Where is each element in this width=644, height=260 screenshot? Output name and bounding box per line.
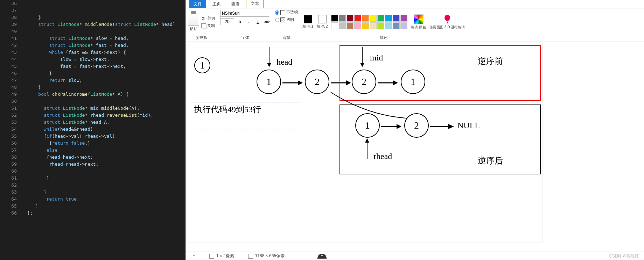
color-palette [331, 15, 407, 29]
node-r2: 2 [404, 113, 429, 138]
color-1[interactable] [304, 15, 312, 23]
label-before: 逆序前 [478, 56, 503, 67]
text-edit-box[interactable]: 执行代码49到53行 [191, 102, 299, 130]
color-1-label: 颜 色 1 [302, 24, 313, 29]
opaque-radio[interactable]: 不透明 [275, 10, 298, 15]
group-colors: 颜 色 1 颜 色 2 编辑 颜色 使用画图 3 D 进行编辑 颜色 [300, 8, 467, 42]
group-clipboard: 粘贴 剪切 复制 剪贴板 [186, 8, 218, 42]
copy-button[interactable]: 复制 [201, 23, 216, 29]
arrow-head [266, 47, 273, 68]
status-cursor: † [193, 254, 195, 259]
color-swatch[interactable] [385, 15, 392, 22]
font-name-select[interactable] [220, 10, 269, 17]
font-group-label: 字体 [241, 34, 249, 40]
colors-group-label: 颜色 [380, 34, 387, 40]
color-swatch[interactable] [377, 22, 384, 29]
node-h2: 2 [305, 70, 329, 94]
label-rhead: rhead [373, 152, 392, 161]
color-swatch[interactable] [346, 22, 354, 29]
color-swatch[interactable] [331, 22, 338, 29]
cut-label: 剪切 [207, 16, 215, 21]
color-swatch[interactable] [385, 22, 392, 29]
arrow-r1 [381, 123, 402, 130]
cut-button[interactable]: 剪切 [201, 15, 216, 21]
status-selection: 1 × 2像素 [209, 253, 234, 259]
group-font: B I U abc 字体 [218, 8, 273, 42]
clipboard-group-label: 剪贴板 [196, 34, 208, 40]
bold-button[interactable]: B [236, 18, 243, 25]
svg-marker-8 [360, 63, 364, 67]
svg-marker-17 [365, 138, 369, 143]
arrow-rhead [364, 138, 371, 159]
edit-colors-label: 编辑 颜色 [411, 25, 426, 30]
color-swatch[interactable] [362, 15, 369, 22]
copy-label: 复制 [207, 23, 215, 28]
transparent-radio[interactable]: 透明 [275, 17, 294, 22]
status-dimensions: 1188 × 665像素 [248, 253, 285, 259]
code-area[interactable]: } struct ListNode* middleNode(struct Lis… [23, 0, 186, 260]
selection-icon [209, 254, 214, 259]
paint-window: 文件 主页 查看 文本 粘贴 剪切 复制 [186, 0, 644, 260]
svg-marker-15 [448, 124, 454, 129]
edit-colors-icon[interactable] [414, 14, 424, 24]
color-swatch[interactable] [370, 22, 377, 29]
canvas-area[interactable]: 1 head 1 2 mid 2 1 逆序前 1 2 NULL [186, 42, 644, 252]
color-swatch[interactable] [400, 15, 407, 22]
svg-marker-2 [267, 63, 271, 67]
color-swatch[interactable] [393, 15, 400, 22]
font-size-select[interactable] [220, 18, 234, 25]
color-swatch[interactable] [339, 22, 346, 29]
group-background: 不透明 透明 背景 [273, 8, 300, 42]
color-swatch[interactable] [331, 15, 338, 22]
color-swatch[interactable] [393, 22, 400, 29]
svg-marker-4 [298, 80, 303, 85]
tab-view[interactable]: 查看 [227, 0, 244, 8]
line-gutter: 3637383940414243444546474849505152535455… [0, 0, 23, 260]
underline-button[interactable]: U [254, 18, 261, 25]
color-swatch[interactable] [370, 15, 377, 22]
arrow-null [430, 123, 455, 130]
color-swatch[interactable] [377, 15, 384, 22]
tab-text[interactable]: 文本 [246, 0, 264, 8]
label-after: 逆序后 [478, 155, 503, 166]
paint3d-icon[interactable] [443, 14, 451, 24]
svg-marker-13 [397, 124, 401, 129]
arrow-mid [359, 47, 366, 68]
drawing-canvas[interactable]: 1 head 1 2 mid 2 1 逆序前 1 2 NULL [187, 43, 542, 243]
label-head: head [276, 57, 292, 67]
bg-group-label: 背景 [283, 34, 290, 40]
dimensions-icon [248, 254, 253, 259]
color-swatch[interactable] [362, 22, 369, 29]
tab-home[interactable]: 主页 [208, 0, 225, 8]
tab-file[interactable]: 文件 [189, 0, 206, 8]
node-lone: 1 [194, 57, 210, 73]
color-2[interactable] [318, 15, 327, 23]
status-bar: † 1 × 2像素 1188 × 665像素 [186, 252, 644, 260]
watermark: CSDN @嘎嘎旺 [609, 253, 639, 259]
color-swatch[interactable] [339, 15, 346, 22]
ribbon: 粘贴 剪切 复制 剪贴板 [186, 8, 644, 42]
paste-icon[interactable] [188, 13, 199, 26]
ribbon-tabs: 文件 主页 查看 文本 [186, 0, 644, 8]
color-swatch[interactable] [346, 15, 354, 22]
svg-marker-10 [393, 80, 398, 85]
label-mid: mid [370, 53, 383, 63]
svg-point-0 [444, 15, 450, 21]
strike-button[interactable]: abc [264, 18, 271, 25]
paint3d-label: 使用画图 3 D 进行编辑 [429, 25, 465, 30]
scissors-icon [201, 16, 206, 21]
node-r1: 1 [355, 113, 380, 138]
copy-icon [201, 23, 206, 28]
arrow-h1 [282, 79, 303, 86]
italic-button[interactable]: I [245, 18, 252, 25]
color-2-label: 颜 色 2 [317, 24, 328, 29]
code-editor[interactable]: 3637383940414243444546474849505152535455… [0, 0, 186, 260]
paste-label: 粘贴 [190, 26, 197, 31]
color-swatch[interactable] [400, 22, 407, 29]
color-swatch[interactable] [354, 15, 361, 22]
color-swatch[interactable] [354, 22, 361, 29]
node-h1: 1 [257, 70, 281, 94]
label-null: NULL [457, 121, 480, 130]
arrow-m1 [378, 79, 399, 86]
